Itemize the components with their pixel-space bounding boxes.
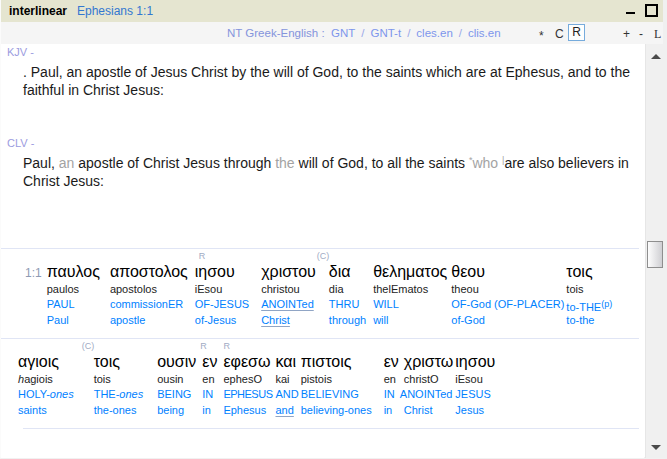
zoom-out-button[interactable]: - — [639, 27, 643, 41]
gloss-literal: OF-God (OF-PLACER) — [451, 296, 564, 312]
word-marker-empty — [455, 341, 495, 352]
gloss-english: Christ — [261, 312, 316, 328]
gloss-english: through — [329, 312, 366, 328]
gloss-literal: HOLY-ones — [18, 386, 74, 402]
gloss-english: Ephesus — [223, 402, 272, 418]
transliteration: tois — [566, 282, 612, 296]
interlinear-word-r0c7: τοιςtoisto-THE(p)to-the — [566, 251, 612, 328]
word-marker-empty — [110, 251, 188, 262]
word-marker: (C) — [317, 251, 354, 262]
window-reference[interactable]: Ephesians 1:1 — [77, 4, 153, 18]
gloss-literal: OF-JESUS — [195, 296, 249, 312]
link-gnt[interactable]: GNT — [331, 27, 355, 39]
interlinear-word-r1c5: καιkaiANDand — [275, 341, 298, 418]
greek-word[interactable]: ουσιν — [157, 352, 196, 372]
clv-segment: Paul, — [23, 155, 59, 171]
link-gnt-t[interactable]: GNT-t — [370, 27, 401, 39]
greek-word[interactable]: θεληματος — [373, 262, 447, 282]
interlinear-row-1: 1:1 παυλοςpaulosPAULPaul αποστολοςaposto… — [1, 248, 639, 338]
l-button[interactable]: L — [654, 27, 661, 42]
word-marker-empty — [157, 341, 196, 352]
gloss-literal: WILL — [373, 296, 447, 312]
interlinear-word-r0c3: χριστουchristouANOINTedChrist — [261, 251, 316, 328]
greek-word[interactable]: εφεσω — [223, 352, 272, 372]
minimize-button[interactable] — [624, 3, 638, 19]
link-clis-en[interactable]: clis.en — [468, 27, 501, 39]
word-marker: R — [200, 341, 215, 352]
greek-word[interactable]: παυλος — [47, 262, 100, 282]
greek-word[interactable]: και — [275, 352, 298, 372]
greek-word[interactable]: πιστοις — [301, 352, 372, 372]
toolbar: NT Greek-English : GNT/GNT-t/cles.en/cli… — [1, 22, 663, 44]
transliteration: dia — [329, 282, 366, 296]
transliteration: iEsou — [195, 282, 249, 296]
interlinear-row-2: αγιοιςhagioisHOLY-onessaints(C)τοιςtoisT… — [1, 338, 639, 428]
gloss-literal: AND — [275, 386, 298, 402]
star-button[interactable]: * — [539, 29, 544, 43]
gloss-english: and — [275, 402, 298, 418]
gloss-literal: PAUL — [47, 296, 100, 312]
transliteration: kai — [275, 372, 298, 386]
greek-word[interactable]: ιησου — [195, 262, 249, 282]
greek-word[interactable]: εν — [384, 352, 399, 372]
interlinear-word-r1c6: πιστοιςpistoisBELIEVINGbelieving-ones — [301, 341, 372, 418]
greek-word[interactable]: αγιοις — [18, 352, 74, 372]
transliteration: christO — [404, 372, 454, 386]
greek-word[interactable]: ιησου — [455, 352, 495, 372]
gloss-literal: THE-ones — [94, 386, 144, 402]
word-marker-empty — [384, 341, 399, 352]
greek-word[interactable]: αποστολος — [110, 262, 188, 282]
greek-word[interactable]: θεου — [451, 262, 564, 282]
interlinear-pane: KJV - . Paul, an apostle of Jesus Christ… — [1, 44, 644, 458]
interlinear-word-r1c4: RεφεσωephesOEPHESUSEphesus — [223, 341, 272, 418]
gloss-english: Jesus — [455, 402, 495, 418]
word-marker: (C) — [82, 341, 132, 352]
transliteration: ephesO — [223, 372, 272, 386]
interlinear-word-r0c5: θεληματοςthelEmatosWILLwill — [373, 251, 447, 328]
window-title: interlinear — [9, 4, 67, 18]
clv-version-label[interactable]: CLV - — [7, 137, 34, 149]
vertical-scrollbar[interactable] — [645, 44, 664, 458]
transliteration: thelEmatos — [373, 282, 447, 296]
word-marker-empty — [47, 251, 100, 262]
clv-segment: who — [472, 155, 502, 171]
transliteration: tois — [94, 372, 144, 386]
zoom-in-button[interactable]: + — [623, 27, 630, 41]
gloss-english: to-the — [566, 312, 612, 328]
gloss-english: the-ones — [94, 402, 144, 418]
c-button[interactable]: C — [555, 27, 564, 41]
greek-word[interactable]: τοις — [94, 352, 144, 372]
interlinear-word-r1c7: ενenINin — [384, 341, 399, 418]
interlinear-word-r1c2: ουσινousinBEINGbeing — [157, 341, 196, 418]
r-button[interactable]: R — [568, 24, 585, 41]
interlinear-word-r0c4: (C)διαdiaTHRUthrough — [329, 251, 366, 328]
clv-segment: apostle of Christ Jesus through — [78, 155, 275, 171]
scroll-down-icon[interactable] — [651, 445, 661, 450]
gloss-literal: EPHESUS — [223, 386, 272, 402]
scrollbar-thumb[interactable] — [647, 241, 663, 268]
kjv-version-label[interactable]: KJV - — [7, 46, 34, 58]
link-cles-en[interactable]: cles.en — [416, 27, 452, 39]
clv-segment: will of God, to all the saints — [299, 155, 469, 171]
greek-word[interactable]: τοις — [566, 262, 612, 282]
gloss-english: in — [202, 402, 217, 418]
gloss-literal: BEING — [157, 386, 196, 402]
greek-word[interactable]: εν — [202, 352, 217, 372]
interlinear-word-r1c9: ιησουiEsouJESUSJesus — [455, 341, 495, 418]
greek-word[interactable]: δια — [329, 262, 366, 282]
row-separator — [23, 428, 639, 429]
gloss-literal: BELIEVING — [301, 386, 372, 402]
scroll-up-icon[interactable] — [651, 54, 661, 59]
transliteration: apostolos — [110, 282, 188, 296]
word-marker-empty — [301, 341, 372, 352]
greek-word[interactable]: χριστω — [404, 352, 454, 372]
transliteration: paulos — [47, 282, 100, 296]
gloss-literal: ANOINTed — [400, 386, 454, 402]
interlinear-word-r0c1: αποστολοςapostoloscommissionERapostle — [110, 251, 188, 328]
gloss-english: Christ — [404, 402, 454, 418]
greek-word[interactable]: χριστου — [261, 262, 316, 282]
gloss-english: of-God — [451, 312, 564, 328]
word-marker: R — [199, 251, 253, 262]
maximize-button[interactable] — [644, 3, 660, 19]
gloss-literal: to-THE(p) — [566, 296, 612, 312]
